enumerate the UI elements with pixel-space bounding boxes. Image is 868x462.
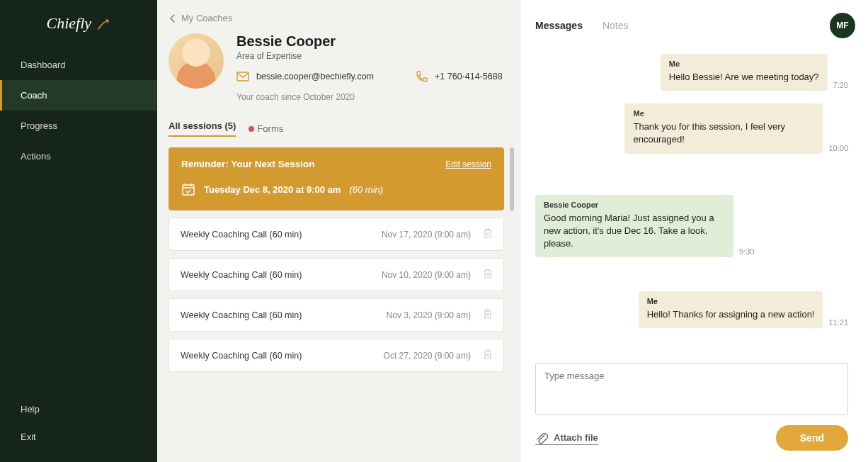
delete-session-button[interactable]	[484, 309, 492, 321]
message-bubble: Me Hello! Thanks for assigning a new act…	[639, 291, 823, 328]
session-title: Weekly Coaching Call (60 min)	[181, 310, 387, 320]
nav-help[interactable]: Help	[0, 395, 157, 423]
message-time: 7:20	[833, 81, 848, 89]
user-avatar[interactable]: MF	[830, 13, 855, 38]
svg-rect-1	[183, 185, 194, 195]
attach-label: Attach file	[554, 432, 598, 443]
nav-dashboard[interactable]: Dashboard	[0, 50, 157, 80]
tab-messages[interactable]: Messages	[535, 20, 583, 31]
delete-session-button[interactable]	[484, 349, 492, 361]
logo-arrow-icon	[97, 18, 111, 31]
message-text: Hello! Thanks for assigning a new action…	[647, 308, 815, 321]
delete-session-button[interactable]	[484, 269, 492, 281]
messages-list: Me Hello Bessie! Are we meeting today? 7…	[521, 54, 855, 356]
session-item[interactable]: Weekly Coaching Call (60 min) Nov 17, 20…	[169, 218, 504, 251]
nav-label: Exit	[21, 432, 36, 442]
send-label: Send	[800, 432, 824, 444]
coach-phone: +1 760-414-5688	[435, 72, 503, 81]
message-row: Me Hello! Thanks for assigning a new act…	[535, 291, 848, 328]
message-text: Thank you for this session, I feel very …	[633, 120, 814, 146]
session-item[interactable]: Weekly Coaching Call (60 min) Oct 27, 20…	[169, 339, 504, 372]
session-item[interactable]: Weekly Coaching Call (60 min) Nov 3, 202…	[169, 298, 504, 332]
compose-area: Attach file Send	[521, 356, 855, 462]
session-date: Nov 17, 2020 (9:00 am)	[382, 230, 471, 240]
tab-forms[interactable]: Forms	[249, 123, 283, 134]
logo-text: Chiefly	[46, 14, 91, 32]
chat-tabs: Messages Notes	[535, 20, 629, 31]
edit-session-link[interactable]: Edit session	[445, 159, 491, 169]
message-bubble: Me Thank you for this session, I feel ve…	[624, 103, 823, 153]
tab-notes[interactable]: Notes	[603, 20, 629, 31]
message-text: Good morning Maria! Just assigned you a …	[544, 212, 725, 251]
nav-exit[interactable]: Exit	[0, 423, 157, 451]
coach-subtitle: Area of Expertise	[236, 51, 503, 61]
coach-info: Bessie Cooper Area of Expertise bessie.c…	[236, 33, 503, 102]
session-title: Weekly Coaching Call (60 min)	[181, 230, 382, 240]
reminder-date: Tuesday Dec 8, 2020 at 9:00 am	[204, 184, 341, 195]
session-title: Weekly Coaching Call (60 min)	[181, 270, 382, 280]
chevron-left-icon	[169, 14, 177, 23]
trash-icon	[484, 309, 492, 319]
message-time: 11:21	[828, 318, 848, 327]
coach-avatar	[169, 33, 224, 89]
tab-label: Notes	[603, 20, 629, 31]
user-initials: MF	[836, 21, 848, 30]
nav-label: Dashboard	[21, 60, 66, 70]
message-input[interactable]	[535, 363, 848, 415]
reminder-duration: (60 min)	[349, 184, 383, 195]
tab-label: Forms	[257, 123, 283, 134]
message-row: Me Thank you for this session, I feel ve…	[535, 103, 848, 153]
email-item[interactable]: bessie.cooper@bechiefly.com	[236, 71, 374, 82]
message-row: Me Hello Bessie! Are we meeting today? 7…	[535, 54, 848, 91]
sessions-list: Reminder: Your Next Session Edit session…	[169, 147, 504, 372]
nav-actions[interactable]: Actions	[0, 141, 157, 171]
session-tabs: All sessions (5) Forms	[169, 120, 504, 137]
nav-label: Progress	[21, 120, 57, 131]
session-title: Weekly Coaching Call (60 min)	[181, 351, 384, 361]
message-text: Hello Bessie! Are we meeting today?	[669, 71, 819, 84]
session-date: Oct 27, 2020 (9:00 am)	[384, 351, 471, 361]
reminder-card: Reminder: Your Next Session Edit session…	[169, 147, 504, 210]
message-time: 10:00	[828, 144, 848, 152]
breadcrumb-back[interactable]: My Coaches	[169, 13, 504, 23]
bottom-nav: Help Exit	[0, 395, 157, 462]
session-item[interactable]: Weekly Coaching Call (60 min) Nov 10, 20…	[169, 258, 504, 291]
nav-label: Help	[21, 404, 40, 415]
delete-session-button[interactable]	[484, 228, 492, 240]
nav-label: Coach	[21, 90, 47, 101]
send-button[interactable]: Send	[776, 425, 848, 451]
svg-rect-0	[237, 72, 249, 81]
trash-icon	[484, 349, 492, 359]
scrollbar[interactable]	[510, 147, 514, 211]
message-row: Bessie Cooper Good morning Maria! Just a…	[535, 195, 848, 258]
tab-label: All sessions (5)	[169, 120, 236, 131]
message-bubble: Bessie Cooper Good morning Maria! Just a…	[535, 195, 733, 258]
breadcrumb-label: My Coaches	[181, 13, 232, 23]
coach-email: bessie.cooper@bechiefly.com	[256, 72, 374, 81]
message-sender: Me	[647, 297, 815, 305]
nav-coach[interactable]: Coach	[0, 80, 157, 111]
session-date: Nov 10, 2020 (9:00 am)	[382, 270, 471, 280]
paperclip-icon	[535, 432, 548, 444]
contact-row: bessie.cooper@bechiefly.com +1 760-414-5…	[236, 71, 503, 82]
message-time: 9:30	[739, 247, 754, 256]
attach-file-button[interactable]: Attach file	[535, 432, 598, 445]
coach-profile: Bessie Cooper Area of Expertise bessie.c…	[169, 33, 504, 102]
phone-icon	[416, 71, 428, 82]
tab-label: Messages	[535, 20, 583, 31]
chat-header: Messages Notes MF	[521, 0, 855, 54]
session-date: Nov 3, 2020 (9:00 am)	[387, 310, 471, 320]
trash-icon	[484, 228, 492, 238]
coach-name: Bessie Cooper	[236, 33, 503, 50]
main-nav: Dashboard Coach Progress Actions	[0, 50, 157, 395]
nav-progress[interactable]: Progress	[0, 111, 157, 141]
trash-icon	[484, 269, 492, 278]
tab-all-sessions[interactable]: All sessions (5)	[169, 120, 236, 137]
message-sender: Me	[633, 109, 814, 118]
nav-label: Actions	[21, 151, 51, 162]
message-sender: Me	[669, 60, 819, 68]
phone-item[interactable]: +1 760-414-5688	[416, 71, 503, 82]
mail-icon	[236, 72, 249, 81]
alert-dot-icon	[249, 126, 254, 132]
coach-since: Your coach since October 2020	[236, 92, 503, 102]
